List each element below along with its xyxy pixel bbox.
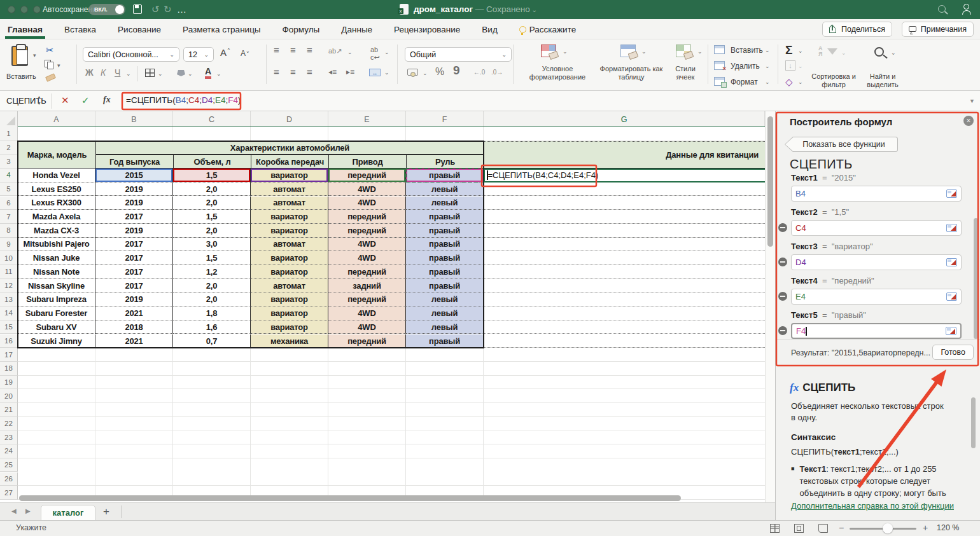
cell-E13[interactable]: передний [328, 292, 406, 306]
cell-A9[interactable]: Mitsubishi Pajero [18, 238, 95, 252]
row-header-13[interactable]: 13 [0, 292, 18, 306]
cell-D5[interactable]: автомат [251, 182, 328, 196]
number-format-select[interactable]: Общий⌄ [405, 47, 512, 62]
format-cells-icon[interactable] [714, 77, 725, 88]
ribbon-tab-Формулы[interactable]: Формулы [281, 21, 321, 38]
horizontal-scrollbar-thumb[interactable] [19, 495, 681, 501]
cell-E16[interactable]: передний [328, 334, 406, 348]
cell-G15[interactable] [484, 320, 765, 334]
page-break-view-icon[interactable] [818, 524, 828, 533]
range-picker-icon[interactable] [946, 189, 957, 198]
add-sheet-button[interactable]: + [103, 505, 109, 518]
insert-cells-button[interactable]: Вставить [731, 46, 763, 55]
cell-F6[interactable]: левый [406, 196, 484, 210]
table-header-2[interactable]: Объем, л [173, 155, 251, 168]
borders-icon[interactable] [145, 69, 155, 77]
autosum-icon[interactable]: Σ [785, 43, 792, 57]
cell-D13[interactable]: вариатор [251, 292, 328, 306]
delete-cells-icon[interactable] [714, 61, 725, 72]
search-icon[interactable] [938, 5, 946, 13]
more-commands-icon[interactable]: … [177, 4, 187, 15]
cell-D11[interactable]: вариатор [251, 265, 328, 279]
clear-icon[interactable]: ◇ [785, 76, 793, 88]
cell-E11[interactable]: передний [328, 265, 406, 279]
cell-F7[interactable]: правый [406, 210, 484, 224]
range-picker-icon[interactable] [946, 292, 957, 301]
column-header-E[interactable]: E [328, 111, 406, 127]
row-header-3[interactable]: 3 [0, 155, 18, 168]
delete-cells-button[interactable]: Удалить [731, 62, 760, 71]
ribbon-tab-Вид[interactable]: Вид [480, 21, 498, 38]
table-header-3[interactable]: Коробка передач [251, 155, 329, 168]
paste-button[interactable]: Вставить [6, 72, 36, 81]
vertical-scrollbar-thumb[interactable] [767, 116, 773, 247]
cell-B16[interactable]: 2021 [95, 334, 173, 348]
cell-C4[interactable]: 1,5 [173, 168, 251, 182]
remove-arg-icon-E4[interactable] [778, 292, 787, 301]
cell-B10[interactable]: 2017 [95, 251, 173, 265]
arg-input-D4[interactable]: D4 [791, 254, 962, 270]
cell-D12[interactable]: автомат [251, 279, 328, 293]
cell-A5[interactable]: Lexus ES250 [18, 182, 95, 196]
cell-C15[interactable]: 1,6 [173, 320, 251, 334]
cell-C5[interactable]: 2,0 [173, 182, 251, 196]
table-header-1[interactable]: Год выпуска [95, 155, 174, 168]
cell-G4-formula-edit[interactable]: =СЦЕПИТЬ(B4;C4;D4;E4;F4) [484, 168, 765, 182]
cell-G10[interactable] [484, 251, 765, 265]
ribbon-tab-Разметка страницы[interactable]: Разметка страницы [181, 21, 262, 38]
cell-A8[interactable]: Mazda CX-3 [18, 224, 95, 238]
cell-A13[interactable]: Subaru Impreza [18, 292, 95, 306]
row-header-10[interactable]: 10 [0, 251, 18, 265]
wrap-text-icon[interactable]: abc↩ [370, 46, 380, 62]
next-sheet-icon[interactable]: ▶ [25, 507, 31, 514]
row-header-18[interactable]: 18 [0, 362, 18, 376]
row-header-5[interactable]: 5 [0, 182, 18, 196]
window-zoom-button[interactable] [33, 6, 41, 13]
cell-F16[interactable]: правый [406, 334, 484, 348]
cell-D14[interactable]: вариатор [251, 306, 328, 320]
ribbon-tab-Рисование[interactable]: Рисование [116, 21, 162, 38]
cell-styles-button[interactable]: Стили ячеек [667, 65, 704, 81]
font-size-select[interactable]: 12⌄ [183, 47, 214, 62]
italic-button[interactable]: К [101, 67, 106, 78]
cell-F13[interactable]: левый [406, 292, 484, 306]
column-header-G[interactable]: G [484, 111, 765, 127]
cell-B6[interactable]: 2019 [95, 196, 173, 210]
function-help-link[interactable]: Дополнительная справка по этой функции [791, 501, 954, 511]
row-header-27[interactable]: 27 [0, 486, 18, 500]
cell-D15[interactable]: вариатор [251, 320, 328, 334]
row-header-20[interactable]: 20 [0, 389, 18, 403]
column-header-D[interactable]: D [251, 111, 328, 127]
column-header-C[interactable]: C [173, 111, 251, 127]
row-header-17[interactable]: 17 [0, 348, 18, 362]
cell-C10[interactable]: 1,5 [173, 251, 251, 265]
cell-A16[interactable]: Suzuki Jimny [18, 334, 95, 348]
row-header-25[interactable]: 25 [0, 458, 18, 472]
cell-G9[interactable] [484, 238, 765, 252]
undo-icon[interactable]: ↺ [151, 4, 160, 15]
redo-icon[interactable]: ↻ [164, 4, 172, 15]
cell-F12[interactable]: правый [406, 279, 484, 293]
font-name-select[interactable]: Calibri (Основной...⌄ [83, 47, 179, 62]
zoom-out-button[interactable]: − [839, 523, 844, 533]
cell-C7[interactable]: 1,5 [173, 210, 251, 224]
cell-D4[interactable]: вариатор [251, 168, 328, 182]
cell-C9[interactable]: 3,0 [173, 238, 251, 252]
remove-arg-icon-C4[interactable] [778, 223, 787, 232]
home-icon[interactable]: ⌂ [118, 4, 124, 15]
font-color-icon[interactable]: А [205, 66, 211, 79]
cell-G14[interactable] [484, 306, 765, 320]
cell-E9[interactable]: 4WD [328, 238, 406, 252]
window-minimize-button[interactable] [20, 6, 28, 13]
remove-arg-icon-F4[interactable] [778, 326, 787, 335]
cell-D6[interactable]: автомат [251, 196, 328, 210]
row-header-7[interactable]: 7 [0, 210, 18, 224]
cell-E7[interactable]: передний [328, 210, 406, 224]
cell-F14[interactable]: левый [406, 306, 484, 320]
cell-F4[interactable]: правый [406, 168, 484, 182]
page-layout-view-icon[interactable] [794, 524, 804, 533]
done-button[interactable]: Готово [932, 345, 974, 360]
zoom-slider[interactable] [850, 528, 916, 530]
row-header-6[interactable]: 6 [0, 196, 18, 210]
align-top-icon[interactable]: ≡ [274, 46, 279, 55]
